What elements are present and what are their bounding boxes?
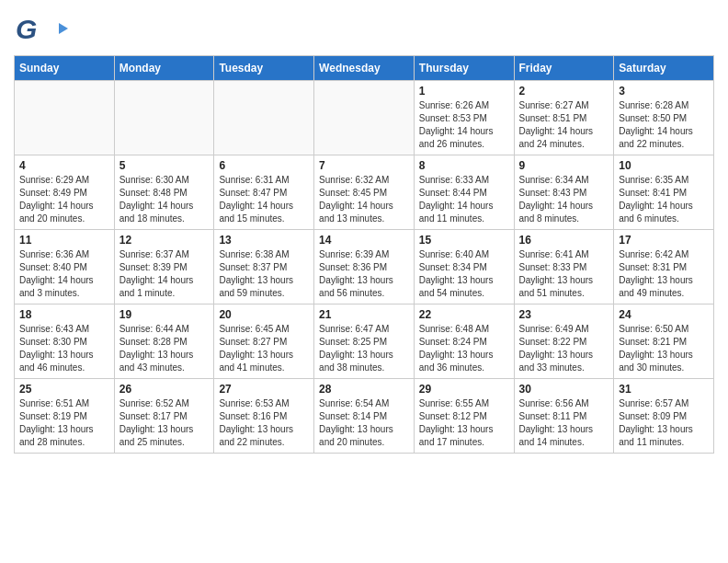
day-info: Sunrise: 6:49 AM Sunset: 8:22 PM Dayligh… (519, 323, 609, 374)
calendar-cell: 13Sunrise: 6:38 AM Sunset: 8:37 PM Dayli… (214, 230, 314, 304)
day-info: Sunrise: 6:51 AM Sunset: 8:19 PM Dayligh… (19, 397, 109, 449)
day-number: 2 (519, 85, 609, 98)
day-info: Sunrise: 6:54 AM Sunset: 8:14 PM Dayligh… (319, 397, 409, 449)
day-number: 27 (219, 383, 309, 396)
calendar-cell: 12Sunrise: 6:37 AM Sunset: 8:39 PM Dayli… (114, 230, 214, 304)
day-info: Sunrise: 6:37 AM Sunset: 8:39 PM Dayligh… (119, 248, 210, 300)
day-info: Sunrise: 6:52 AM Sunset: 8:17 PM Dayligh… (119, 397, 210, 449)
calendar-cell: 14Sunrise: 6:39 AM Sunset: 8:36 PM Dayli… (314, 230, 415, 304)
day-info: Sunrise: 6:31 AM Sunset: 8:47 PM Dayligh… (219, 174, 309, 225)
day-number: 21 (319, 308, 409, 321)
logo-icon: G (14, 9, 52, 48)
calendar-cell: 24Sunrise: 6:50 AM Sunset: 8:21 PM Dayli… (614, 304, 714, 379)
svg-text:G: G (16, 14, 37, 44)
calendar-cell: 22Sunrise: 6:48 AM Sunset: 8:24 PM Dayli… (414, 304, 514, 379)
calendar-header-wednesday: Wednesday (314, 56, 415, 81)
day-number: 10 (619, 159, 709, 172)
calendar-cell: 19Sunrise: 6:44 AM Sunset: 8:28 PM Dayli… (114, 304, 214, 379)
day-number: 29 (419, 383, 509, 396)
calendar-cell: 8Sunrise: 6:33 AM Sunset: 8:44 PM Daylig… (414, 155, 514, 230)
logo-arrow-icon (59, 23, 68, 34)
day-number: 30 (519, 383, 609, 396)
calendar-cell: 6Sunrise: 6:31 AM Sunset: 8:47 PM Daylig… (214, 155, 314, 230)
day-number: 13 (219, 234, 309, 247)
calendar-cell: 11Sunrise: 6:36 AM Sunset: 8:40 PM Dayli… (15, 230, 115, 304)
calendar-cell: 5Sunrise: 6:30 AM Sunset: 8:48 PM Daylig… (114, 155, 214, 230)
calendar-cell: 3Sunrise: 6:28 AM Sunset: 8:50 PM Daylig… (614, 81, 714, 155)
day-number: 9 (519, 159, 609, 172)
day-info: Sunrise: 6:36 AM Sunset: 8:40 PM Dayligh… (19, 248, 109, 300)
day-info: Sunrise: 6:34 AM Sunset: 8:43 PM Dayligh… (519, 174, 609, 225)
day-info: Sunrise: 6:47 AM Sunset: 8:25 PM Dayligh… (319, 323, 409, 374)
day-number: 4 (19, 159, 109, 172)
day-number: 31 (619, 383, 709, 396)
logo-blue-text (56, 23, 68, 34)
day-number: 3 (619, 85, 709, 98)
calendar-cell: 2Sunrise: 6:27 AM Sunset: 8:51 PM Daylig… (514, 81, 614, 155)
calendar-header-friday: Friday (514, 56, 614, 81)
calendar-cell: 18Sunrise: 6:43 AM Sunset: 8:30 PM Dayli… (15, 304, 115, 379)
calendar-table: SundayMondayTuesdayWednesdayThursdayFrid… (14, 55, 714, 454)
logo-words (56, 23, 68, 34)
day-number: 5 (119, 159, 210, 172)
calendar-week-2: 4Sunrise: 6:29 AM Sunset: 8:49 PM Daylig… (15, 155, 714, 230)
day-number: 20 (219, 308, 309, 321)
calendar-cell: 29Sunrise: 6:55 AM Sunset: 8:12 PM Dayli… (414, 379, 514, 454)
calendar-cell: 10Sunrise: 6:35 AM Sunset: 8:41 PM Dayli… (614, 155, 714, 230)
day-info: Sunrise: 6:32 AM Sunset: 8:45 PM Dayligh… (319, 174, 409, 225)
day-number: 26 (119, 383, 210, 396)
day-info: Sunrise: 6:38 AM Sunset: 8:37 PM Dayligh… (219, 248, 309, 300)
calendar-week-5: 25Sunrise: 6:51 AM Sunset: 8:19 PM Dayli… (15, 379, 714, 454)
calendar-cell: 26Sunrise: 6:52 AM Sunset: 8:17 PM Dayli… (114, 379, 214, 454)
day-info: Sunrise: 6:28 AM Sunset: 8:50 PM Dayligh… (619, 99, 709, 151)
calendar-cell: 17Sunrise: 6:42 AM Sunset: 8:31 PM Dayli… (614, 230, 714, 304)
calendar-cell: 31Sunrise: 6:57 AM Sunset: 8:09 PM Dayli… (614, 379, 714, 454)
calendar-cell: 20Sunrise: 6:45 AM Sunset: 8:27 PM Dayli… (214, 304, 314, 379)
day-number: 17 (619, 234, 709, 247)
day-info: Sunrise: 6:35 AM Sunset: 8:41 PM Dayligh… (619, 174, 709, 225)
calendar-cell (15, 81, 115, 155)
calendar-cell: 27Sunrise: 6:53 AM Sunset: 8:16 PM Dayli… (214, 379, 314, 454)
calendar-week-1: 1Sunrise: 6:26 AM Sunset: 8:53 PM Daylig… (15, 81, 714, 155)
day-info: Sunrise: 6:39 AM Sunset: 8:36 PM Dayligh… (319, 248, 409, 300)
calendar-cell: 16Sunrise: 6:41 AM Sunset: 8:33 PM Dayli… (514, 230, 614, 304)
day-number: 18 (19, 308, 109, 321)
day-info: Sunrise: 6:44 AM Sunset: 8:28 PM Dayligh… (119, 323, 210, 374)
calendar-cell: 7Sunrise: 6:32 AM Sunset: 8:45 PM Daylig… (314, 155, 415, 230)
day-info: Sunrise: 6:53 AM Sunset: 8:16 PM Dayligh… (219, 397, 309, 449)
day-number: 15 (419, 234, 509, 247)
day-info: Sunrise: 6:43 AM Sunset: 8:30 PM Dayligh… (19, 323, 109, 374)
day-number: 11 (19, 234, 109, 247)
day-info: Sunrise: 6:41 AM Sunset: 8:33 PM Dayligh… (519, 248, 609, 300)
calendar-header-thursday: Thursday (414, 56, 514, 81)
day-info: Sunrise: 6:30 AM Sunset: 8:48 PM Dayligh… (119, 174, 210, 225)
day-number: 25 (19, 383, 109, 396)
calendar-cell: 4Sunrise: 6:29 AM Sunset: 8:49 PM Daylig… (15, 155, 115, 230)
day-info: Sunrise: 6:27 AM Sunset: 8:51 PM Dayligh… (519, 99, 609, 151)
day-info: Sunrise: 6:56 AM Sunset: 8:11 PM Dayligh… (519, 397, 609, 449)
day-number: 23 (519, 308, 609, 321)
calendar-cell: 15Sunrise: 6:40 AM Sunset: 8:34 PM Dayli… (414, 230, 514, 304)
calendar-header-sunday: Sunday (15, 56, 115, 81)
calendar-header-row: SundayMondayTuesdayWednesdayThursdayFrid… (15, 56, 714, 81)
calendar-week-3: 11Sunrise: 6:36 AM Sunset: 8:40 PM Dayli… (15, 230, 714, 304)
calendar-cell: 28Sunrise: 6:54 AM Sunset: 8:14 PM Dayli… (314, 379, 415, 454)
day-info: Sunrise: 6:50 AM Sunset: 8:21 PM Dayligh… (619, 323, 709, 374)
calendar-cell: 30Sunrise: 6:56 AM Sunset: 8:11 PM Dayli… (514, 379, 614, 454)
logo: G (14, 9, 68, 48)
day-info: Sunrise: 6:26 AM Sunset: 8:53 PM Dayligh… (419, 99, 509, 151)
page-header: G (14, 9, 714, 48)
day-info: Sunrise: 6:57 AM Sunset: 8:09 PM Dayligh… (619, 397, 709, 449)
day-info: Sunrise: 6:40 AM Sunset: 8:34 PM Dayligh… (419, 248, 509, 300)
calendar-header-saturday: Saturday (614, 56, 714, 81)
day-number: 24 (619, 308, 709, 321)
day-number: 1 (419, 85, 509, 98)
day-number: 16 (519, 234, 609, 247)
calendar-cell: 23Sunrise: 6:49 AM Sunset: 8:22 PM Dayli… (514, 304, 614, 379)
day-info: Sunrise: 6:29 AM Sunset: 8:49 PM Dayligh… (19, 174, 109, 225)
day-info: Sunrise: 6:48 AM Sunset: 8:24 PM Dayligh… (419, 323, 509, 374)
calendar-header-monday: Monday (114, 56, 214, 81)
day-info: Sunrise: 6:42 AM Sunset: 8:31 PM Dayligh… (619, 248, 709, 300)
calendar-cell: 25Sunrise: 6:51 AM Sunset: 8:19 PM Dayli… (15, 379, 115, 454)
day-number: 6 (219, 159, 309, 172)
